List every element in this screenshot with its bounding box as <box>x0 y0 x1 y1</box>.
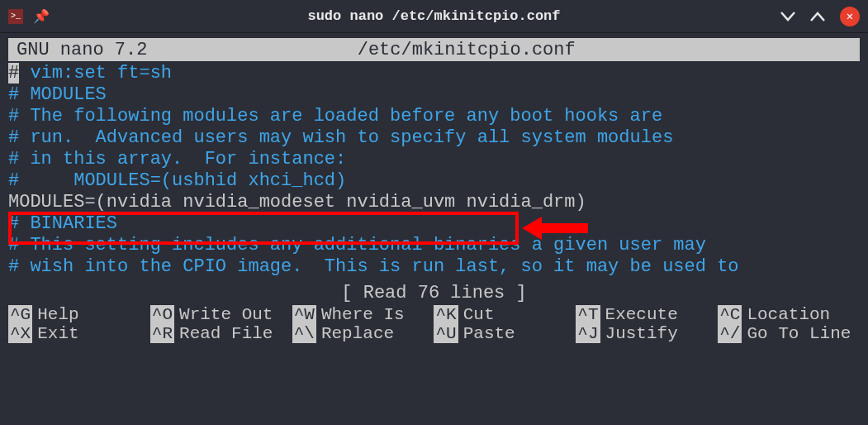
pin-icon[interactable]: 📌 <box>33 8 50 25</box>
annotation-arrow <box>522 217 588 240</box>
editor-line: # wish into the CPIO image. This is run … <box>8 256 860 278</box>
shortcuts-bar: ^GHelp ^OWrite Out ^WWhere Is ^KCut ^TEx… <box>0 305 868 343</box>
shortcut-execute[interactable]: ^TExecute <box>576 305 718 324</box>
editor-line: # MODULES <box>8 84 860 106</box>
window-title: sudo nano /etc/mkinitcpio.conf <box>307 8 560 24</box>
shortcut-exit[interactable]: ^XExit <box>8 324 150 343</box>
titlebar-right: ✕ <box>780 7 860 26</box>
shortcut-justify[interactable]: ^JJustify <box>576 324 718 343</box>
editor-content[interactable]: # vim:set ft=sh # MODULES # The followin… <box>0 61 868 279</box>
editor-line: # MODULES=(usbhid xhci_hcd) <box>8 170 860 192</box>
shortcut-paste[interactable]: ^UPaste <box>434 324 576 343</box>
arrow-shaft <box>542 223 588 233</box>
shortcut-help[interactable]: ^GHelp <box>8 305 150 324</box>
editor-filepath: /etc/mkinitcpio.conf <box>81 40 851 60</box>
titlebar-left: >_ 📌 <box>8 8 50 25</box>
shortcut-replace[interactable]: ^\Replace <box>292 324 434 343</box>
shortcut-whereis[interactable]: ^WWhere Is <box>292 305 434 324</box>
editor-line: # The following modules are loaded befor… <box>8 106 860 127</box>
editor-line: # vim:set ft=sh <box>8 63 860 84</box>
maximize-button[interactable] <box>810 12 825 21</box>
titlebar: >_ 📌 sudo nano /etc/mkinitcpio.conf ✕ <box>0 0 868 33</box>
editor-line: # run. Advanced users may wish to specif… <box>8 127 860 149</box>
editor-line: # in this array. For instance: <box>8 149 860 170</box>
editor-line: # This setting includes any additional b… <box>8 235 860 256</box>
shortcut-cut[interactable]: ^KCut <box>434 305 576 324</box>
cursor: # <box>8 63 19 84</box>
close-button[interactable]: ✕ <box>840 7 860 26</box>
editor-header: GNU nano 7.2 /etc/mkinitcpio.conf <box>8 38 860 61</box>
shortcut-readfile[interactable]: ^RRead File <box>150 324 292 343</box>
shortcut-writeout[interactable]: ^OWrite Out <box>150 305 292 324</box>
editor-line-modules: MODULES=(nvidia nvidia_modeset nvidia_uv… <box>8 192 860 213</box>
minimize-button[interactable] <box>780 12 795 21</box>
shortcut-gotoline[interactable]: ^/Go To Line <box>718 324 860 343</box>
shortcut-location[interactable]: ^CLocation <box>718 305 860 324</box>
status-line: [ Read 76 lines ] <box>0 283 868 303</box>
arrow-head-icon <box>522 217 542 240</box>
editor-line: # BINARIES <box>8 213 860 235</box>
terminal-icon: >_ <box>8 9 23 24</box>
